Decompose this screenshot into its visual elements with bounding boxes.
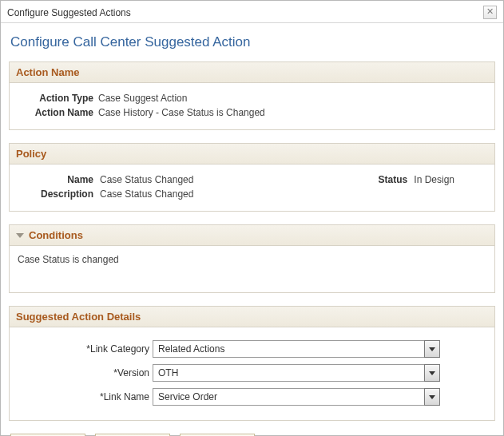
row-version: *Version OTH: [18, 364, 486, 382]
group-heading-details: Suggested Action Details: [10, 307, 494, 327]
row-action-name: Action Name Case History - Case Status i…: [18, 107, 486, 118]
group-body-details: *Link Category Related Actions *Version …: [10, 327, 494, 420]
select-value-link-name: Service Order: [153, 388, 424, 406]
dropdown-button-link-name[interactable]: [424, 388, 440, 406]
row-policy-name: Name Case Status Changed Status In Desig…: [18, 174, 486, 185]
value-action-type: Case Suggest Action: [98, 93, 187, 104]
dropdown-button-version[interactable]: [424, 364, 440, 382]
group-heading-policy: Policy: [10, 144, 494, 164]
label-link-name: *Link Name: [18, 391, 153, 402]
group-heading-conditions[interactable]: Conditions: [10, 225, 494, 246]
modal-window: Configure Suggested Actions ✕ Configure …: [0, 0, 504, 436]
conditions-text: Case Status is changed: [18, 254, 119, 265]
collapse-icon: [16, 233, 24, 238]
dropdown-button-link-category[interactable]: [424, 340, 440, 358]
row-link-category: *Link Category Related Actions: [18, 340, 486, 358]
chevron-down-icon: [429, 395, 435, 399]
label-policy-description: Description: [18, 188, 100, 200]
label-action-type: Action Type: [18, 93, 98, 104]
label-policy-status: Status: [379, 174, 408, 185]
group-heading-action-name: Action Name: [10, 62, 494, 83]
heading-text-conditions: Conditions: [29, 229, 83, 241]
close-icon[interactable]: ✕: [483, 6, 497, 19]
label-link-category: *Link Category: [18, 343, 153, 355]
select-value-version: OTH: [153, 364, 424, 382]
group-conditions: Conditions Case Status is changed: [9, 224, 495, 293]
window-title: Configure Suggested Actions: [7, 7, 131, 18]
page-title: Configure Call Center Suggested Action: [10, 34, 495, 50]
label-policy-name: Name: [18, 174, 100, 185]
select-version[interactable]: OTH: [153, 364, 440, 382]
group-policy: Policy Name Case Status Changed Status I…: [9, 143, 495, 212]
group-suggested-details: Suggested Action Details *Link Category …: [9, 306, 495, 421]
chevron-down-icon: [429, 371, 435, 375]
group-body-policy: Name Case Status Changed Status In Desig…: [10, 164, 494, 211]
select-value-link-category: Related Actions: [153, 340, 424, 358]
content-area: Configure Call Center Suggested Action A…: [1, 23, 503, 436]
row-link-name: *Link Name Service Order: [18, 388, 486, 406]
select-link-category[interactable]: Related Actions: [153, 340, 440, 358]
value-policy-name: Case Status Changed: [100, 174, 193, 185]
row-policy-status: Status In Design: [379, 174, 486, 185]
chevron-down-icon: [429, 347, 435, 351]
row-action-type: Action Type Case Suggest Action: [18, 93, 486, 104]
label-version: *Version: [18, 367, 153, 379]
group-body-conditions: Case Status is changed: [10, 246, 494, 292]
select-link-name[interactable]: Service Order: [153, 388, 440, 406]
group-action-name: Action Name Action Type Case Suggest Act…: [9, 61, 495, 130]
row-policy-description: Description Case Status Changed: [18, 188, 486, 200]
titlebar: Configure Suggested Actions ✕: [1, 1, 503, 23]
value-policy-status: In Design: [414, 174, 454, 185]
group-body-action-name: Action Type Case Suggest Action Action N…: [10, 83, 494, 129]
label-action-name: Action Name: [18, 107, 98, 118]
value-action-name: Case History - Case Status is Changed: [98, 107, 265, 118]
value-policy-description: Case Status Changed: [100, 188, 193, 200]
